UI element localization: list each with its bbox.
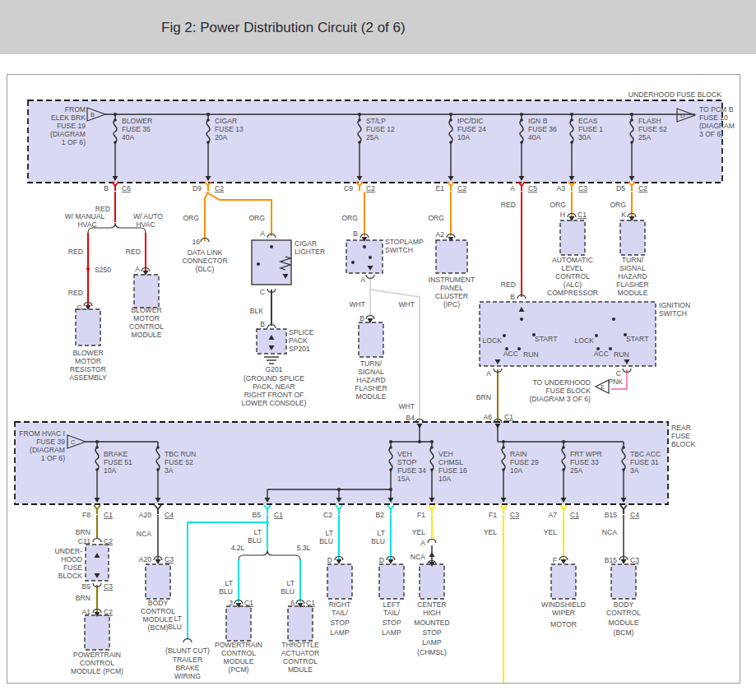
label-pnk-120: PNK xyxy=(608,378,623,386)
label-assembly-59: ASSEMBLY xyxy=(69,373,107,382)
label-b2-179: B2 xyxy=(375,511,384,519)
label-lamp-256: LAMP xyxy=(422,638,442,647)
label-blu-243: BLU xyxy=(371,537,385,545)
label-b15-185: B15 xyxy=(605,511,618,519)
label-w-auto-48: W/ AUTO xyxy=(133,212,163,220)
label-module-225: MODULE xyxy=(224,657,254,665)
fuse-brake-dot-bottom xyxy=(95,468,99,471)
label-10a-162: 10A xyxy=(438,475,452,483)
fuse-ecas-dot-top xyxy=(570,118,573,122)
fuse-rain-dot-bottom xyxy=(502,468,505,471)
junction-dot-5 xyxy=(570,113,573,116)
alc-compressor xyxy=(560,220,585,255)
label-fuse-29-164: FUSE 29 xyxy=(510,458,539,466)
fuse-frtwpr-dot-top xyxy=(562,446,565,449)
label-module-269: MODULE xyxy=(609,619,639,627)
label-wht-90: WHT xyxy=(398,300,415,308)
label-a-118: A xyxy=(486,369,491,378)
label-1-of-6-146: 1 OF 6) xyxy=(41,454,65,462)
label-f8-172: F8 xyxy=(82,511,90,519)
label-b-31: B xyxy=(104,184,109,192)
label-fuse-block-122: FUSE BLOCK xyxy=(546,387,591,395)
blower-motor-control-module xyxy=(134,275,159,308)
label-rear-140: REAR xyxy=(671,424,691,432)
label-signal-94: SIGNAL xyxy=(358,368,384,376)
label-fuse-12-17: FUSE 12 xyxy=(366,125,395,133)
label-6-229: 6 xyxy=(290,599,295,607)
label-c4-175: C4 xyxy=(165,511,174,519)
label-diagram-3-of-6-123: (DIAGRAM 3 OF 6) xyxy=(530,395,591,403)
label-fuse-52-29: FUSE 52 xyxy=(638,125,667,133)
label-control-200: CONTROL xyxy=(80,659,114,667)
label-c2-189: C2 xyxy=(104,537,113,545)
label-org-133: ORG xyxy=(610,201,626,209)
body-control-module-2 xyxy=(611,564,636,599)
wiring-diagram-svg: Fig 2: Power Distribution Circuit (2 of … xyxy=(0,0,756,700)
label-connector-67: CONNECTOR xyxy=(182,257,227,265)
label-a7-183: A7 xyxy=(548,511,557,519)
fuse-vehchmsl-dot-top xyxy=(430,446,434,449)
label-c6-32: C6 xyxy=(122,184,131,192)
label-c3-42: C3 xyxy=(578,184,587,192)
label-red-52: RED xyxy=(68,289,83,297)
junction-dot-1 xyxy=(206,113,210,116)
label-control-130: CONTROL xyxy=(555,272,590,280)
label-g-54: G xyxy=(77,304,82,312)
junction-dot-13 xyxy=(389,488,392,491)
label-flasher-138: FLASHER xyxy=(616,280,649,289)
label-3a-154: 3A xyxy=(165,466,174,475)
junction-dot-6 xyxy=(630,113,633,116)
junction-dot-18 xyxy=(503,334,506,337)
label-frt-wpr-166: FRT WPR xyxy=(570,450,602,458)
label-bcm-208: (BCM) xyxy=(148,624,169,632)
label-pack-77: PACK xyxy=(289,336,308,345)
label-motor-61: MOTOR xyxy=(133,314,160,322)
label-c1-127: C1 xyxy=(577,211,587,219)
label-d5-43: D5 xyxy=(616,184,625,192)
label-s250-53: S250 xyxy=(95,266,111,274)
label-center-252: CENTER xyxy=(417,600,446,609)
label-d9-33: D9 xyxy=(192,184,202,192)
label-throttle-231: THROTTLE xyxy=(281,641,319,649)
left-tail-stop-lamp xyxy=(379,564,404,599)
label-c2-178: C2 xyxy=(323,511,332,519)
label-level-129: LEVEL xyxy=(562,264,584,272)
label-instrument-101: INSTRUMENT xyxy=(429,276,475,284)
label-c2-38: C2 xyxy=(457,184,466,192)
label-brake-149: BRAKE xyxy=(104,450,128,458)
label-alc-131: (ALC) xyxy=(564,280,582,289)
label-fuse-33-167: FUSE 33 xyxy=(570,458,599,466)
label-b-107: B xyxy=(510,293,515,301)
label-brn-196: BRN xyxy=(76,594,90,602)
label-e1-37: E1 xyxy=(435,184,444,192)
fuse-ipcdic-dot-bottom xyxy=(449,141,452,144)
label-a-55: A xyxy=(135,265,140,273)
label-4-2l-211: 4.2L xyxy=(231,544,245,552)
label-20a-15: 20A xyxy=(215,133,228,141)
junction-dot-29 xyxy=(270,245,273,248)
fuse-vehstop-dot-top xyxy=(389,446,392,449)
label-d-244: D xyxy=(379,556,384,564)
label-resistor-58: RESISTOR xyxy=(70,365,106,373)
label-lower-console-83: LOWER CONSOLE) xyxy=(242,399,307,407)
label-lt-213: LT xyxy=(174,614,183,623)
label-blu-228: BLU xyxy=(281,587,295,596)
label-lt-209: LT xyxy=(254,528,262,536)
label-dlc-68: (DLC) xyxy=(196,265,215,273)
label-c4-186: C4 xyxy=(630,511,639,519)
label-blunt-cut-215: (BLUNT CUT) xyxy=(165,647,210,655)
label-a-39: A xyxy=(510,184,515,192)
label-windshield-261: WINDSHIELD xyxy=(541,600,586,609)
label-right-front-of-82: RIGHT FRONT OF xyxy=(244,391,304,399)
label-blk-74: BLK xyxy=(250,307,264,315)
label-trailer-216: TRAILER xyxy=(173,656,202,664)
label-c-73: C xyxy=(260,288,265,296)
label-stop-156: STOP xyxy=(397,458,417,466)
label-c1-184: C1 xyxy=(570,511,579,519)
label-org-99: ORG xyxy=(428,214,444,222)
label-5-3l-212: 5.3L xyxy=(297,544,311,552)
label-wht-89: WHT xyxy=(349,300,365,308)
label-powertrain-223: POWERTRAIN xyxy=(215,641,262,649)
fuse-vehstop-dot-bottom xyxy=(389,468,392,471)
powertrain-control-module-1 xyxy=(85,615,109,650)
